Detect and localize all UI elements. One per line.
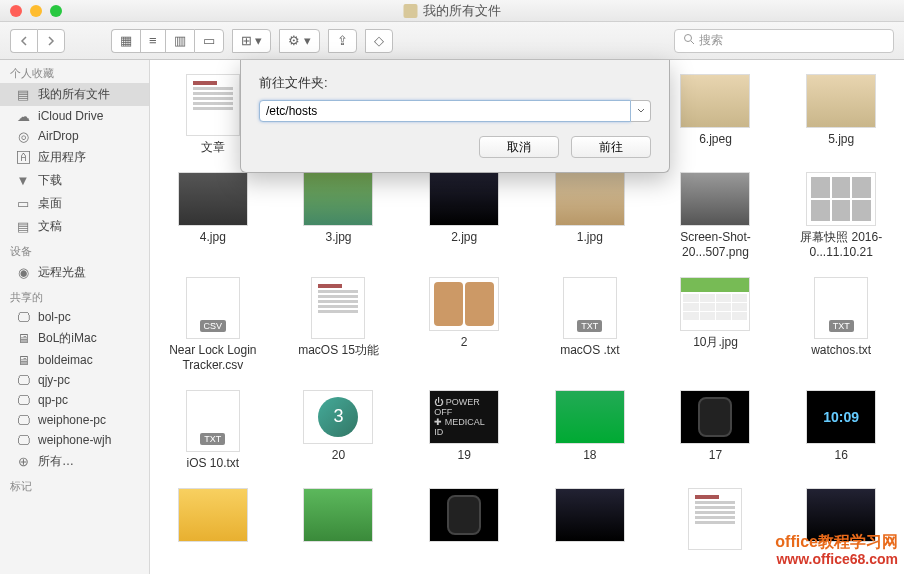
sidebar-item[interactable]: 🖵bol-pc <box>0 307 149 327</box>
file-item[interactable]: iOS 10.txt <box>150 386 276 474</box>
file-label: 屏幕快照 2016-0...11.10.21 <box>786 230 896 259</box>
file-item[interactable] <box>150 484 276 558</box>
imac-icon: 🖥 <box>14 332 32 346</box>
cancel-button[interactable]: 取消 <box>479 136 559 158</box>
file-item[interactable]: 10:0916 <box>778 386 904 474</box>
sidebar-item[interactable]: ▤文稿 <box>0 215 149 238</box>
toolbar: ▦ ≡ ▥ ▭ ⊞ ▾ ⚙ ▾ ⇪ ◇ 搜索 <box>0 22 904 60</box>
file-item[interactable]: ⏻ POWER OFF✚ MEDICAL ID19 <box>401 386 527 474</box>
sidebar-item[interactable]: ◉远程光盘 <box>0 261 149 284</box>
file-thumbnail <box>429 488 499 542</box>
file-item[interactable]: 2 <box>401 273 527 376</box>
file-label: 2 <box>461 335 468 349</box>
file-item[interactable]: 2.jpg <box>401 168 527 263</box>
file-label: 4.jpg <box>200 230 226 244</box>
icon-view-button[interactable]: ▦ <box>111 29 140 53</box>
file-thumbnail <box>806 74 876 128</box>
file-item[interactable]: 5.jpg <box>778 70 904 158</box>
file-thumbnail <box>186 390 240 452</box>
file-label: 17 <box>709 448 722 462</box>
file-label: 5.jpg <box>828 132 854 146</box>
file-thumbnail <box>186 277 240 339</box>
sidebar-item[interactable]: ▭桌面 <box>0 192 149 215</box>
sidebar-item[interactable]: ▼下载 <box>0 169 149 192</box>
file-item[interactable]: macOS 15功能 <box>276 273 402 376</box>
file-item[interactable] <box>276 484 402 558</box>
file-item[interactable]: watchos.txt <box>778 273 904 376</box>
sidebar-item[interactable]: 🖵qjy-pc <box>0 370 149 390</box>
sidebar-item-label: qp-pc <box>38 393 68 407</box>
sidebar-item-label: bol-pc <box>38 310 71 324</box>
sidebar-item[interactable]: 🄰应用程序 <box>0 146 149 169</box>
sidebar-item[interactable]: ☁iCloud Drive <box>0 106 149 126</box>
file-item[interactable] <box>653 484 779 558</box>
documents-icon: ▤ <box>14 220 32 234</box>
sidebar-item-label: 我的所有文件 <box>38 86 110 103</box>
file-item[interactable]: 3.jpg <box>276 168 402 263</box>
path-history-dropdown[interactable] <box>631 100 651 122</box>
sidebar-item[interactable]: ▤我的所有文件 <box>0 83 149 106</box>
file-thumbnail: 3 <box>303 390 373 444</box>
file-label: Screen-Shot-20...507.png <box>660 230 770 259</box>
close-button[interactable] <box>10 5 22 17</box>
zoom-button[interactable] <box>50 5 62 17</box>
file-item[interactable]: 320 <box>276 386 402 474</box>
sidebar-item[interactable]: ⊕所有… <box>0 450 149 473</box>
file-thumbnail <box>680 74 750 128</box>
globe-icon: ⊕ <box>14 455 32 469</box>
sidebar-item-label: 远程光盘 <box>38 264 86 281</box>
pc-icon: 🖵 <box>14 413 32 427</box>
file-item[interactable]: Near Lock Login Tracker.csv <box>150 273 276 376</box>
sidebar-item-label: 应用程序 <box>38 149 86 166</box>
dialog-label: 前往文件夹: <box>259 74 651 92</box>
folder-path-input[interactable] <box>259 100 631 122</box>
file-item[interactable]: 4.jpg <box>150 168 276 263</box>
pc-icon: 🖵 <box>14 373 32 387</box>
search-field[interactable]: 搜索 <box>674 29 894 53</box>
sidebar-item[interactable]: ◎AirDrop <box>0 126 149 146</box>
file-thumbnail <box>303 172 373 226</box>
file-item[interactable]: 屏幕快照 2016-0...11.10.21 <box>778 168 904 263</box>
file-item[interactable]: 17 <box>653 386 779 474</box>
file-thumbnail <box>303 488 373 542</box>
file-item[interactable] <box>527 484 653 558</box>
file-thumbnail <box>429 172 499 226</box>
file-item[interactable]: 6.jpeg <box>653 70 779 158</box>
file-item[interactable]: 10月.jpg <box>653 273 779 376</box>
file-item[interactable]: 1.jpg <box>527 168 653 263</box>
list-view-button[interactable]: ≡ <box>140 29 165 53</box>
file-item[interactable]: Screen-Shot-20...507.png <box>653 168 779 263</box>
file-label: macOS .txt <box>560 343 619 357</box>
file-label: Near Lock Login Tracker.csv <box>158 343 268 372</box>
file-thumbnail <box>563 277 617 339</box>
back-button[interactable] <box>10 29 37 53</box>
action-button[interactable]: ⚙ ▾ <box>279 29 320 53</box>
tags-button[interactable]: ◇ <box>365 29 393 53</box>
column-view-button[interactable]: ▥ <box>165 29 194 53</box>
file-label: iOS 10.txt <box>186 456 239 470</box>
file-item[interactable] <box>778 484 904 558</box>
sidebar-item[interactable]: 🖵weiphone-pc <box>0 410 149 430</box>
file-item[interactable] <box>401 484 527 558</box>
file-label: macOS 15功能 <box>298 343 379 357</box>
sidebar-item[interactable]: 🖵weiphone-wjh <box>0 430 149 450</box>
sidebar-item[interactable]: 🖥boldeimac <box>0 350 149 370</box>
file-item[interactable]: macOS .txt <box>527 273 653 376</box>
share-button[interactable]: ⇪ <box>328 29 357 53</box>
file-label: 3.jpg <box>325 230 351 244</box>
gallery-view-button[interactable]: ▭ <box>194 29 224 53</box>
file-item[interactable]: 18 <box>527 386 653 474</box>
forward-button[interactable] <box>37 29 65 53</box>
arrange-button[interactable]: ⊞ ▾ <box>232 29 272 53</box>
apps-icon: 🄰 <box>14 151 32 165</box>
sidebar-item[interactable]: 🖥BoL的iMac <box>0 327 149 350</box>
minimize-button[interactable] <box>30 5 42 17</box>
file-thumbnail <box>429 277 499 331</box>
titlebar: 我的所有文件 <box>0 0 904 22</box>
file-label: 18 <box>583 448 596 462</box>
file-thumbnail <box>806 172 876 226</box>
sidebar: 个人收藏▤我的所有文件☁iCloud Drive◎AirDrop🄰应用程序▼下载… <box>0 60 150 574</box>
sidebar-item[interactable]: 🖵qp-pc <box>0 390 149 410</box>
go-button[interactable]: 前往 <box>571 136 651 158</box>
file-label: 2.jpg <box>451 230 477 244</box>
